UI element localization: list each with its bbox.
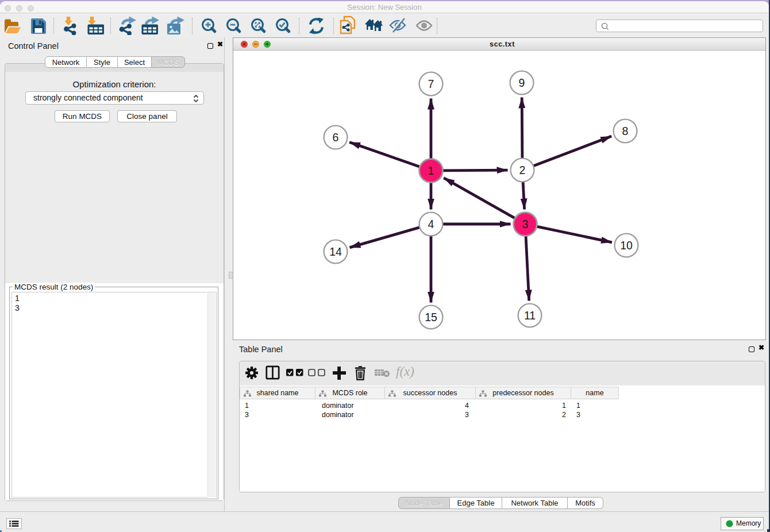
svg-text:6: 6 [333, 131, 339, 144]
svg-text:11: 11 [524, 309, 536, 322]
svg-text:14: 14 [329, 245, 342, 258]
svg-text:8: 8 [622, 125, 629, 137]
svg-text:10: 10 [620, 239, 633, 252]
svg-text:1: 1 [428, 164, 434, 177]
svg-text:15: 15 [425, 311, 437, 323]
svg-text:7: 7 [428, 78, 434, 90]
svg-text:4: 4 [428, 218, 434, 230]
svg-text:9: 9 [519, 76, 525, 89]
svg-text:2: 2 [519, 164, 526, 176]
svg-text:3: 3 [522, 218, 529, 230]
